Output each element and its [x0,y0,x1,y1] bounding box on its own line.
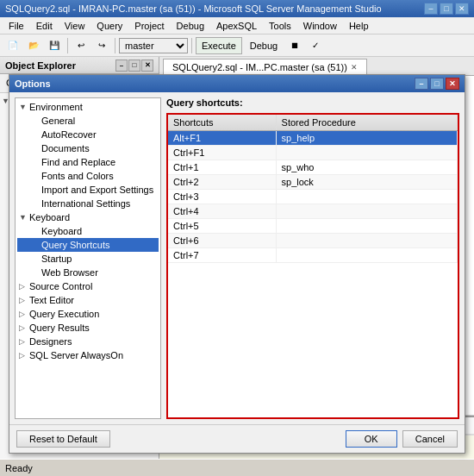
procedure-cell [276,190,457,204]
table-row[interactable]: Ctrl+3 [168,190,458,204]
toolbar-new-query[interactable]: 📄 [3,37,22,54]
shortcut-cell: Ctrl+F1 [168,146,276,160]
opt-always-on-label: SQL Server AlwaysOn [29,350,123,360]
panel-header-buttons: – □ ✕ [115,60,153,72]
debug-button[interactable]: Debug [244,37,284,54]
opt-text-editor[interactable]: ▷ Text Editor [17,293,159,307]
opt-startup[interactable]: Startup [17,252,159,266]
opt-international[interactable]: International Settings [17,197,159,210]
opt-query-results-label: Query Results [29,323,90,333]
toolbar-save[interactable]: 💾 [45,37,64,54]
close-button[interactable]: ✕ [455,3,469,15]
window-title: SQLQuery2.sql - IMRAN-PC.master (sa (51)… [5,3,382,14]
menu-view[interactable]: View [59,19,90,33]
panel-restore[interactable]: □ [128,60,140,72]
table-row[interactable]: Ctrl+6 [168,234,458,248]
expand-keyboard-group: ▼ [19,213,29,222]
expand-designers: ▷ [19,337,29,346]
menu-file[interactable]: File [3,19,29,33]
query-tab[interactable]: SQLQuery2.sql - IM...PC.master (sa (51))… [163,59,367,75]
menu-edit[interactable]: Edit [31,19,58,33]
table-row[interactable]: Ctrl+4 [168,204,458,219]
opt-query-execution-label: Query Execution [29,309,99,319]
shortcuts-table-container: Shortcuts Stored Procedure Alt+F1sp_help… [166,113,459,419]
shortcut-cell: Ctrl+6 [168,234,276,248]
opt-designers[interactable]: ▷ Designers [17,335,159,348]
table-row[interactable]: Ctrl+1sp_who [168,160,458,175]
expand-query-execution: ▷ [19,310,29,318]
expand-always-on: ▷ [19,351,29,360]
opt-query-execution[interactable]: ▷ Query Execution [17,307,159,321]
database-selector[interactable]: master [119,38,188,53]
opt-autorecover[interactable]: AutoRecover [17,128,159,141]
procedure-cell: sp_help [276,131,457,146]
cancel-button[interactable]: Cancel [402,430,458,448]
table-row[interactable]: Alt+F1sp_help [168,131,458,146]
expand-text-editor: ▷ [19,296,29,304]
menu-debug[interactable]: Debug [172,19,209,33]
toolbar-stop[interactable]: ⏹ [285,37,304,54]
opt-keyboard-sub-label: Keyboard [41,226,82,236]
opt-keyboard[interactable]: ▼ Keyboard [17,210,159,224]
table-scroll[interactable]: Shortcuts Stored Procedure Alt+F1sp_help… [168,115,458,417]
opt-source-control[interactable]: ▷ Source Control [17,279,159,293]
panel-close[interactable]: ✕ [141,60,153,72]
opt-query-results[interactable]: ▷ Query Results [17,321,159,335]
opt-text-editor-label: Text Editor [29,295,74,305]
toolbar-open[interactable]: 📂 [24,37,43,54]
ready-text: Ready [5,463,33,473]
table-row[interactable]: Ctrl+F1 [168,146,458,160]
shortcut-cell: Ctrl+5 [168,219,276,234]
opt-environment[interactable]: ▼ Environment [17,100,159,114]
tab-close-btn[interactable]: ✕ [351,63,358,72]
separator-2 [115,38,115,53]
opt-keyboard-sub[interactable]: Keyboard [17,224,159,238]
expand-source-control: ▷ [19,282,29,291]
table-row[interactable]: Ctrl+2sp_lock [168,175,458,190]
table-row[interactable]: Ctrl+7 [168,248,458,263]
opt-find-replace[interactable]: Find and Replace [17,155,159,169]
shortcut-cell: Ctrl+1 [168,160,276,175]
opt-query-shortcuts-label: Query Shortcuts [41,240,109,250]
opt-environment-label: Environment [29,102,83,112]
dialog-body: ▼ Environment General AutoRecover Docume… [9,92,465,424]
menu-help[interactable]: Help [344,19,374,33]
menu-query[interactable]: Query [91,19,128,33]
panel-minimize[interactable]: – [115,60,128,72]
table-row[interactable]: Ctrl+5 [168,219,458,234]
procedure-cell: sp_lock [276,175,457,190]
procedure-cell [276,248,457,263]
toolbar-parse[interactable]: ✓ [306,37,325,54]
minimize-button[interactable]: – [424,3,438,15]
ok-button[interactable]: OK [346,430,397,448]
dialog-maximize[interactable]: □ [430,78,444,90]
opt-web-browser-label: Web Browser [41,267,98,278]
opt-designers-label: Designers [29,336,72,347]
opt-startup-label: Startup [41,254,72,264]
ready-bar: Ready [0,459,474,476]
opt-query-shortcuts[interactable]: Query Shortcuts [17,238,159,252]
opt-web-browser[interactable]: Web Browser [17,266,159,279]
execute-button[interactable]: Execute [196,37,242,54]
opt-fonts-colors[interactable]: Fonts and Colors [17,169,159,183]
options-dialog: Options – □ ✕ ▼ Environment General [9,74,465,454]
opt-documents[interactable]: Documents [17,141,159,155]
menu-project[interactable]: Project [129,19,169,33]
dialog-minimize[interactable]: – [415,78,428,90]
procedure-cell [276,146,457,160]
opt-general[interactable]: General [17,114,159,128]
menu-window[interactable]: Window [298,19,342,33]
toolbar-redo[interactable]: ↪ [92,37,111,54]
procedure-cell [276,219,457,234]
separator-3 [191,38,192,53]
reset-default-button[interactable]: Reset to Default [16,430,110,448]
dialog-close[interactable]: ✕ [446,78,459,90]
shortcuts-label: Query shortcuts: [166,97,459,108]
opt-sql-always-on[interactable]: ▷ SQL Server AlwaysOn [17,348,159,362]
menu-tools[interactable]: Tools [264,19,296,33]
maximize-button[interactable]: □ [440,3,453,15]
opt-import-export[interactable]: Import and Export Settings [17,183,159,197]
expand-environment: ▼ [19,103,29,111]
toolbar-undo[interactable]: ↩ [72,37,90,54]
menu-apexsql[interactable]: ApexSQL [211,19,262,33]
